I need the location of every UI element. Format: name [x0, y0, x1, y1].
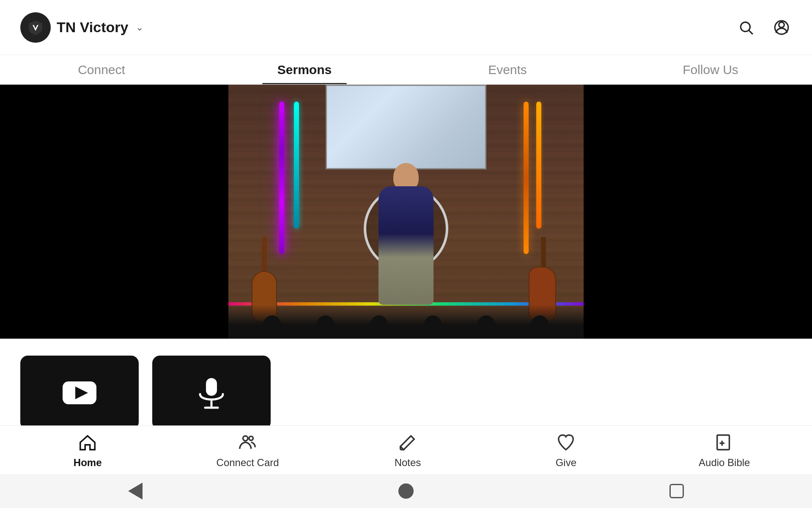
org-name: TN Victory: [57, 19, 128, 36]
give-icon-container: [555, 431, 577, 453]
connect-card-icon-container: [237, 431, 259, 453]
bottom-nav-connect-card[interactable]: Connect Card: [217, 431, 279, 469]
back-icon: [128, 483, 143, 500]
nav-item-connect[interactable]: Connect: [0, 55, 203, 84]
audio-bible-icon-container: [713, 431, 735, 453]
svg-line-1: [749, 30, 753, 34]
search-button[interactable]: [736, 17, 756, 38]
home-label: Home: [74, 457, 102, 469]
org-dropdown-icon[interactable]: ⌄: [136, 22, 143, 33]
svg-rect-6: [206, 378, 217, 396]
bottom-nav-home[interactable]: Home: [58, 431, 117, 469]
presenter-figure: [379, 186, 433, 305]
audio-bible-icon: [715, 433, 734, 452]
bottom-nav: Home Connect Card Notes: [0, 425, 812, 474]
svg-rect-13: [717, 435, 730, 450]
nav-item-events[interactable]: Events: [406, 55, 609, 84]
connect-card-label: Connect Card: [217, 457, 279, 469]
org-logo[interactable]: [20, 12, 51, 43]
bottom-nav-give[interactable]: Give: [536, 431, 595, 469]
bottom-nav-notes[interactable]: Notes: [378, 431, 437, 469]
video-player[interactable]: V: [228, 85, 584, 339]
search-icon: [738, 19, 754, 36]
home-icon-container: [77, 431, 99, 453]
nav-item-follow-us[interactable]: Follow Us: [609, 55, 812, 84]
light-strip-left-purple: [279, 102, 284, 254]
main-nav: Connect Sermons Events Follow Us: [0, 55, 812, 85]
svg-point-0: [741, 22, 750, 31]
svg-point-10: [249, 436, 253, 441]
notes-label: Notes: [395, 457, 421, 469]
profile-icon: [774, 19, 790, 36]
system-recents-button[interactable]: [666, 480, 687, 502]
light-strip-right-orange: [524, 102, 529, 254]
header-left: TN Victory ⌄: [20, 12, 143, 43]
nav-item-sermons[interactable]: Sermons: [203, 55, 406, 84]
home-icon: [78, 433, 97, 452]
audio-card[interactable]: [152, 356, 271, 430]
audio-bible-label: Audio Bible: [699, 457, 750, 469]
profile-button[interactable]: [771, 17, 792, 38]
light-strip-right-orange2: [536, 102, 541, 229]
cards-section: [0, 339, 812, 432]
heart-icon: [556, 433, 576, 452]
bottom-nav-audio-bible[interactable]: Audio Bible: [695, 431, 754, 469]
video-area[interactable]: V: [0, 85, 812, 339]
system-back-button[interactable]: [125, 480, 146, 502]
header-right: [736, 17, 792, 38]
svg-point-9: [243, 436, 248, 441]
system-home-button[interactable]: [395, 480, 417, 502]
system-nav: [0, 474, 812, 508]
video-card[interactable]: [20, 356, 139, 430]
light-strip-left-cyan: [294, 102, 299, 229]
give-label: Give: [556, 457, 576, 469]
app-header: TN Victory ⌄: [0, 0, 812, 55]
recents-icon: [669, 484, 684, 498]
microphone-icon: [192, 374, 230, 412]
home-circle-icon: [398, 483, 414, 499]
svg-point-2: [779, 22, 785, 28]
notes-icon: [398, 433, 417, 452]
connect-card-icon: [238, 433, 258, 452]
stage-screen: [326, 85, 486, 169]
youtube-icon: [60, 374, 99, 412]
audience-silhouettes: [228, 305, 584, 339]
notes-icon-container: [397, 431, 419, 453]
logo-icon: [27, 19, 44, 36]
